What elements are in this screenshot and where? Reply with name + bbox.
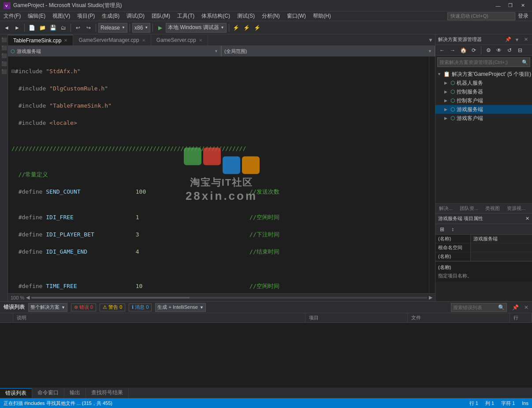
toolbar-btn-extra-1[interactable]: ⚡ xyxy=(231,23,241,33)
platform-dropdown[interactable]: x86 ▼ xyxy=(132,23,150,33)
restore-button[interactable]: ❒ xyxy=(505,1,516,11)
info-badge[interactable]: ℹ 消息 0 xyxy=(129,303,152,311)
tab-scroll-button[interactable]: ▼ xyxy=(426,35,435,45)
tab-gameservermanager[interactable]: GameServerManager.cpp ✕ xyxy=(73,35,151,45)
error-badge[interactable]: ⊗ 错误 0 xyxy=(71,303,96,311)
scope-filter[interactable]: 整个解决方案 ▼ xyxy=(28,303,67,312)
forward-button[interactable]: ► xyxy=(12,23,22,33)
tree-item-control-client[interactable]: ▶ ⬡ 控制客户端 xyxy=(435,96,532,105)
tree-item-game-server[interactable]: ▶ ⬡ 游戏服务端 xyxy=(435,105,532,114)
sol-sync-button[interactable]: ⟳ xyxy=(469,45,479,55)
sol-back-button[interactable]: ← xyxy=(437,45,447,55)
build-filter[interactable]: 生成 + IntelliSense ▼ xyxy=(155,303,205,312)
new-file-button[interactable]: 📄 xyxy=(27,23,37,33)
open-file-button[interactable]: 📁 xyxy=(37,23,47,33)
configuration-dropdown[interactable]: Release ▼ xyxy=(98,23,127,33)
editor-scrollbar[interactable] xyxy=(429,56,435,293)
bottom-tab-label-1: 命令窗口 xyxy=(37,389,59,397)
props-sort-btn[interactable]: ↕ xyxy=(448,225,458,234)
zoom-scroll-right[interactable]: ▶ xyxy=(429,295,432,300)
menu-build[interactable]: 生成(B) xyxy=(98,11,123,21)
menu-analyze[interactable]: 分析(N) xyxy=(258,11,283,21)
menu-test[interactable]: 测试(S) xyxy=(234,11,258,21)
rp-tab-solution[interactable]: 解决... xyxy=(435,204,456,213)
props-val-name2[interactable] xyxy=(471,252,532,261)
menu-file[interactable]: 文件(F) xyxy=(0,11,24,21)
sol-forward-button[interactable]: → xyxy=(448,45,458,55)
menu-project[interactable]: 项目(P) xyxy=(74,11,98,21)
sidebar-icon-1[interactable]: ⬛ xyxy=(0,36,7,43)
code-editor[interactable]: ⊟#include "StdAfx.h" #include "DlgCustom… xyxy=(8,56,435,293)
quick-launch[interactable]: 快速启动 (Ctrl+Q) xyxy=(447,12,515,20)
sol-properties-button[interactable]: ⚙ xyxy=(484,45,493,55)
close-panel-button[interactable]: ✕ xyxy=(522,36,529,43)
sol-collapse-button[interactable]: ⊟ xyxy=(515,45,525,55)
warning-badge[interactable]: ⚠ 警告 0 xyxy=(100,303,125,311)
tab-close-3[interactable]: ✕ xyxy=(199,38,202,43)
rp-tab-resource[interactable]: 资源视... xyxy=(503,204,529,213)
error-panel-close[interactable]: ✕ xyxy=(524,304,528,311)
rp-tab-team[interactable]: 团队资... xyxy=(456,204,482,213)
tab-tableframesink[interactable]: TableFrameSink.cpp ✕ xyxy=(8,35,73,45)
tree-item-robot[interactable]: ▶ ⬡ 机器人服务 xyxy=(435,79,532,87)
menu-help[interactable]: 帮助(H) xyxy=(309,11,335,21)
toolbar-btn-extra-3[interactable]: ⚡ xyxy=(253,23,262,33)
member-dropdown[interactable]: (全局范围) ▼ xyxy=(221,46,435,56)
close-button[interactable]: ✕ xyxy=(517,1,528,11)
pin-icon[interactable]: 📌 xyxy=(505,36,512,43)
redo-button[interactable]: ↪ xyxy=(84,23,93,33)
props-val-namespace[interactable] xyxy=(471,243,532,252)
solution-search-box[interactable]: 🔍 xyxy=(437,57,530,67)
code-content[interactable]: ⊟#include "StdAfx.h" #include "DlgCustom… xyxy=(8,56,429,293)
error-count: 错误 0 xyxy=(79,304,93,311)
tree-item-game-client[interactable]: ▶ ⬡ 游戏客户端 xyxy=(435,114,532,123)
tab-gameserver[interactable]: GameServer.cpp ✕ xyxy=(151,35,208,45)
undo-button[interactable]: ↩ xyxy=(73,23,83,33)
menu-view[interactable]: 视图(V) xyxy=(49,11,74,21)
sol-refresh-button[interactable]: ↺ xyxy=(505,45,514,55)
properties-panel: 游戏服务端 项目属性 ✕ ⊞ ↕ (名称) 游戏服务端 根命名空间 (名称) xyxy=(435,213,532,301)
menu-architecture[interactable]: 体系结构(C) xyxy=(198,11,234,21)
tab-error-list[interactable]: 错误列表 xyxy=(0,388,32,398)
save-all-button[interactable]: 🗂 xyxy=(59,23,68,33)
properties-header: 游戏服务端 项目属性 ✕ xyxy=(435,213,532,224)
panel-arrow-icon[interactable]: ▼ xyxy=(513,36,521,43)
error-search-box[interactable]: 🔍 xyxy=(451,303,507,312)
toolbar-btn-extra-2[interactable]: ⚡ xyxy=(242,23,252,33)
sidebar-icon-5[interactable]: ⬛ xyxy=(0,68,7,75)
back-button[interactable]: ◄ xyxy=(2,23,11,33)
tab-command[interactable]: 命令窗口 xyxy=(32,388,64,398)
tab-output[interactable]: 输出 xyxy=(64,388,86,398)
tab-find-symbol[interactable]: 查找符号结果 xyxy=(86,388,129,398)
sidebar-icon-4[interactable]: ⬛ xyxy=(0,60,7,67)
props-row-name: (名称) 游戏服务端 xyxy=(435,235,532,243)
solution-root[interactable]: ▼ 📋 解决方案'GameProject' (5 个项目) xyxy=(435,70,532,79)
menu-debug[interactable]: 调试(D) xyxy=(123,11,148,21)
class-dropdown[interactable]: ⬡ 游戏服务端 ▼ xyxy=(8,46,221,56)
error-panel-pin[interactable]: 📌 xyxy=(512,304,519,311)
menu-team[interactable]: 团队(M) xyxy=(148,11,174,21)
rp-tab-class[interactable]: 类视图 xyxy=(482,204,503,213)
solution-search-input[interactable] xyxy=(438,60,520,65)
sidebar-icon-3[interactable]: ⬛ xyxy=(0,52,7,59)
debug-target-dropdown[interactable]: 本地 Windows 调试器 ▼ xyxy=(166,23,226,33)
menu-window[interactable]: 窗口(W) xyxy=(283,11,309,21)
sol-show-all-button[interactable]: 👁 xyxy=(494,45,504,55)
props-val-name[interactable]: 游戏服务端 xyxy=(471,235,532,243)
tab-close-2[interactable]: ✕ xyxy=(142,38,145,43)
sidebar-icon-2[interactable]: ⬛ xyxy=(0,44,7,51)
minimize-button[interactable]: — xyxy=(492,1,504,11)
tab-close-1[interactable]: ✕ xyxy=(64,38,67,43)
zoom-scroll-left[interactable]: ◀ xyxy=(26,295,30,300)
props-close-button[interactable]: ✕ xyxy=(525,216,529,221)
menu-edit[interactable]: 编辑(E) xyxy=(24,11,49,21)
save-button[interactable]: 💾 xyxy=(48,23,58,33)
menu-tools[interactable]: 工具(T) xyxy=(174,11,198,21)
sol-home-button[interactable]: 🏠 xyxy=(458,45,468,55)
props-category-btn[interactable]: ⊞ xyxy=(437,225,447,234)
tree-item-control-server[interactable]: ▶ ⬡ 控制服务器 xyxy=(435,87,532,96)
horizontal-scrollbar[interactable] xyxy=(31,297,427,299)
login-link[interactable]: 登录 xyxy=(518,12,528,20)
error-search-input[interactable] xyxy=(453,305,497,310)
start-debug-button[interactable]: ▶ xyxy=(155,23,165,33)
